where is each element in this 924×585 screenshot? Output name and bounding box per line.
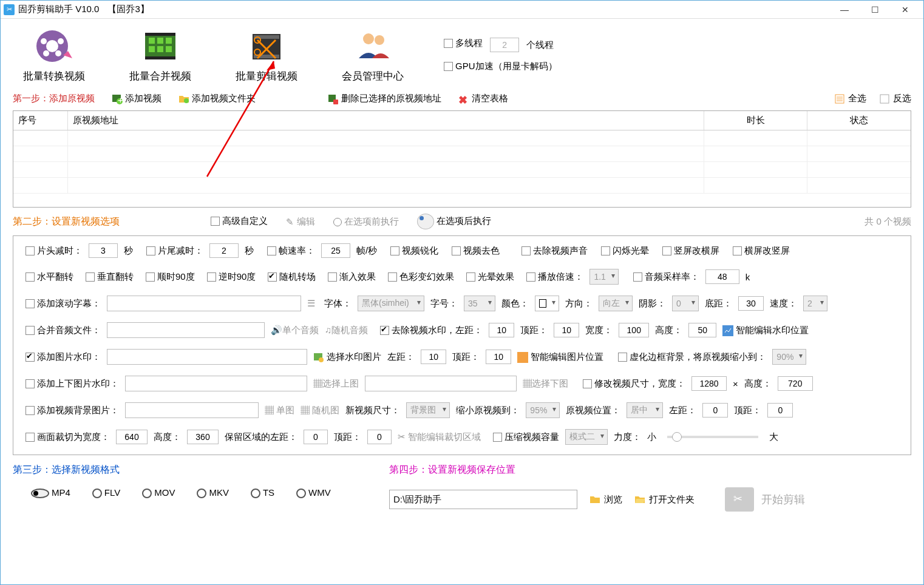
invert-select-button[interactable]: 反选: [880, 93, 911, 104]
fmt-mov[interactable]: MOV: [142, 487, 175, 498]
crop-checkbox[interactable]: 画面裁切为宽度：: [25, 431, 110, 443]
fps-input[interactable]: [321, 243, 350, 258]
scroll-text-checkbox[interactable]: 添加滚动字幕：: [25, 298, 101, 309]
gpu-checkbox[interactable]: GPU加速（用显卡解码）: [444, 61, 557, 72]
font-select[interactable]: 黑体(simhei): [358, 296, 424, 311]
scroll-text-input[interactable]: [107, 296, 301, 311]
img-watermark-checkbox[interactable]: 添加图片水印：: [25, 351, 101, 363]
margin-input[interactable]: [738, 296, 764, 311]
col-no[interactable]: 序号: [13, 111, 68, 130]
after-radio[interactable]: 在选项后执行: [417, 214, 491, 229]
random-img-button[interactable]: ▦ 随机图: [301, 405, 339, 416]
merge-audio-checkbox[interactable]: 合并音频文件：: [25, 325, 101, 336]
h2v-checkbox[interactable]: 横屏改竖屏: [733, 245, 790, 257]
close-button[interactable]: ✕: [890, 1, 920, 19]
compress-mode-select[interactable]: 模式二: [565, 429, 608, 445]
resize-width-input[interactable]: [691, 376, 727, 391]
crop-height-input[interactable]: [187, 430, 219, 444]
fps-checkbox[interactable]: 帧速率：: [267, 245, 315, 257]
wm-top-input[interactable]: [554, 323, 579, 337]
fmt-mp4[interactable]: MP4: [31, 487, 70, 498]
img-wm-top-input[interactable]: [486, 350, 511, 364]
compress-checkbox[interactable]: 压缩视频容量: [493, 431, 559, 443]
wm-height-input[interactable]: [688, 323, 716, 337]
tail-cut-checkbox[interactable]: 片尾减时：: [146, 245, 203, 257]
bg-img-input[interactable]: [125, 402, 259, 418]
clear-table-button[interactable]: ✖ 清空表格: [458, 93, 508, 104]
single-img-button[interactable]: ▦ 单图: [265, 405, 294, 416]
shadow-select[interactable]: 0: [672, 296, 699, 311]
shrink-pct-select[interactable]: 90%: [772, 349, 806, 365]
fmt-ts[interactable]: TS: [251, 487, 274, 498]
colorfx-checkbox[interactable]: 色彩变幻效果: [388, 271, 454, 283]
tool-member[interactable]: 会员管理中心: [331, 28, 413, 83]
edit-button[interactable]: ✎编辑: [286, 216, 315, 228]
img-wm-left-input[interactable]: [421, 350, 446, 364]
resize-height-input[interactable]: [778, 376, 813, 391]
tool-cut[interactable]: 批量剪辑视频: [225, 28, 307, 83]
audio-path-input[interactable]: [107, 322, 265, 338]
table-row[interactable]: [13, 130, 911, 146]
bg-img-checkbox[interactable]: 添加视频背景图片：: [25, 405, 119, 416]
crop-top-input[interactable]: [367, 430, 392, 444]
head-cut-checkbox[interactable]: 片头减时：: [25, 245, 83, 257]
add-video-button[interactable]: + 添加视频: [112, 93, 161, 104]
wm-width-input[interactable]: [619, 323, 649, 337]
save-path-input[interactable]: [389, 490, 577, 509]
minimize-button[interactable]: —: [829, 1, 860, 19]
crop-width-input[interactable]: [116, 430, 148, 444]
table-row[interactable]: [13, 146, 911, 162]
delete-selected-button[interactable]: 删除已选择的原视频地址: [327, 93, 441, 104]
threads-input[interactable]: [490, 38, 519, 52]
remove-watermark-checkbox[interactable]: 去除视频水印，左距：: [380, 325, 483, 336]
dir-select[interactable]: 向左: [599, 296, 633, 311]
text-list-icon[interactable]: ☰: [307, 298, 318, 309]
rand-trans-checkbox[interactable]: 随机转场: [268, 271, 316, 283]
col-status[interactable]: 状态: [807, 111, 911, 130]
ccw90-checkbox[interactable]: 逆时90度: [207, 271, 256, 283]
col-path[interactable]: 原视频地址: [68, 111, 704, 130]
add-folder-button[interactable]: 添加视频文件夹: [178, 93, 256, 104]
maximize-button[interactable]: ☐: [860, 1, 890, 19]
color-select[interactable]: [535, 296, 559, 311]
force-slider[interactable]: [667, 436, 758, 438]
table-row[interactable]: [13, 178, 911, 194]
tool-convert[interactable]: 批量转换视频: [13, 28, 95, 83]
smart-wm-button[interactable]: 智能编辑水印位置: [722, 325, 809, 336]
text-speed-select[interactable]: 2: [803, 296, 827, 311]
blur-border-checkbox[interactable]: 虚化边框背景，将原视频缩小到：: [618, 351, 766, 363]
start-button[interactable]: 开始剪辑: [725, 487, 805, 512]
smart-crop-button[interactable]: ✂ 智能编辑裁切区域: [398, 431, 481, 443]
flash-checkbox[interactable]: 闪烁光晕: [601, 245, 649, 257]
fmt-wmv[interactable]: WMV: [296, 487, 331, 498]
img-wm-path-input[interactable]: [107, 349, 307, 365]
pick-bot-button[interactable]: ▦选择下图: [523, 378, 568, 390]
newsize-select[interactable]: 背景图: [406, 402, 450, 418]
bg-top-input[interactable]: [767, 403, 793, 418]
bot-img-input[interactable]: [365, 376, 517, 391]
crop-left-input[interactable]: [304, 430, 328, 444]
tb-watermark-checkbox[interactable]: 添加上下图片水印：: [25, 378, 119, 390]
head-cut-input[interactable]: [89, 243, 118, 258]
cw90-checkbox[interactable]: 顺时90度: [146, 271, 195, 283]
table-row[interactable]: [13, 162, 911, 178]
col-duration[interactable]: 时长: [704, 111, 807, 130]
bg-left-input[interactable]: [702, 403, 728, 418]
advanced-checkbox[interactable]: 高级自定义: [211, 215, 268, 227]
random-audio-button[interactable]: ♫随机音频: [325, 325, 368, 336]
sharpen-checkbox[interactable]: 视频锐化: [390, 245, 438, 257]
shrink2-select[interactable]: 95%: [526, 402, 560, 418]
sample-checkbox[interactable]: 音频采样率：: [633, 271, 699, 283]
fmt-mkv[interactable]: MKV: [197, 487, 229, 498]
mute-checkbox[interactable]: 去除视频声音: [521, 245, 588, 257]
browse-button[interactable]: 浏览: [589, 494, 622, 506]
speed-checkbox[interactable]: 播放倍速：: [526, 271, 583, 283]
smart-img-button[interactable]: 智能编辑图片位置: [517, 351, 603, 363]
speed-select[interactable]: 1.1: [589, 269, 618, 285]
fade-checkbox[interactable]: 渐入效果: [328, 271, 376, 283]
top-img-input[interactable]: [125, 376, 307, 391]
pick-wm-button[interactable]: 选择水印图片: [313, 351, 381, 363]
pos-select[interactable]: 居中: [627, 402, 663, 418]
sample-input[interactable]: [705, 269, 739, 284]
resize-checkbox[interactable]: 修改视频尺寸，宽度：: [583, 378, 685, 390]
